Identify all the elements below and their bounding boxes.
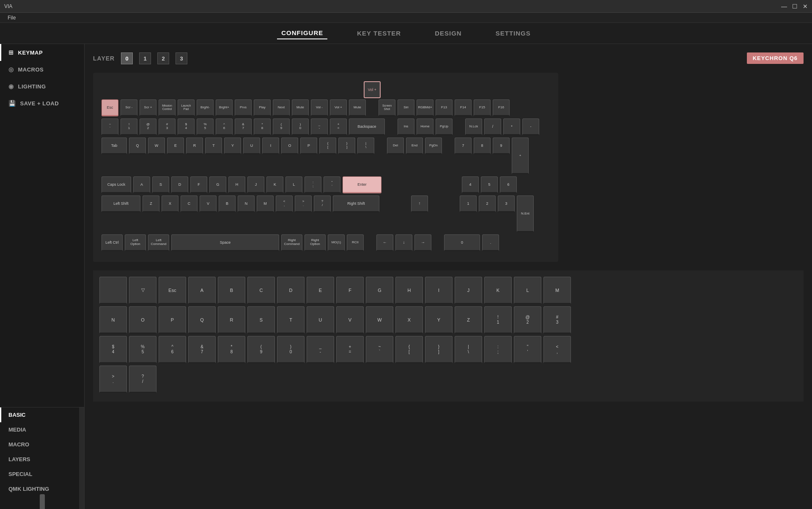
panel-key-esc[interactable]: Esc — [159, 277, 186, 304]
key-brght-plus[interactable]: Brght+ — [216, 99, 233, 116]
key-num3[interactable]: 3 — [498, 195, 515, 212]
key-space[interactable]: Space — [171, 234, 279, 251]
key-j[interactable]: J — [247, 176, 264, 193]
panel-key-r[interactable]: R — [218, 306, 245, 334]
key-arrow-right[interactable]: → — [414, 234, 431, 251]
key-scr-plus[interactable]: Scr + — [140, 99, 156, 116]
key-numpad-minus[interactable]: - — [522, 118, 539, 135]
key-num-dot[interactable]: . — [482, 234, 499, 251]
panel-key-at-2[interactable]: @2 — [514, 306, 541, 334]
key-slash[interactable]: ?/ — [314, 195, 331, 212]
key-left-ctrl[interactable]: Left Ctrl — [102, 234, 123, 251]
key-tab[interactable]: Tab — [102, 138, 127, 154]
key-rcii[interactable]: RCII — [347, 234, 364, 251]
key-rgbmd-plus[interactable]: RGBMd+ — [417, 99, 433, 116]
sidebar-item-keymap[interactable]: ⊞ KEYMAP — [0, 44, 84, 61]
key-minus[interactable]: _- — [311, 118, 328, 135]
panel-key-question-slash[interactable]: ?/ — [129, 366, 156, 393]
key-numpad-slash[interactable]: / — [484, 118, 501, 135]
tab-settings[interactable]: SETTINGS — [491, 28, 535, 39]
key-l[interactable]: L — [285, 176, 302, 193]
key-v[interactable]: V — [200, 195, 217, 212]
scrollbar-track[interactable] — [79, 407, 84, 509]
key-semicolon[interactable]: :; — [304, 176, 321, 193]
key-4[interactable]: $4 — [178, 118, 195, 135]
layer-btn-1[interactable]: 1 — [139, 52, 151, 64]
key-numpad-plus[interactable]: + — [512, 138, 529, 174]
key-i[interactable]: I — [262, 138, 279, 154]
key-w[interactable]: W — [148, 138, 165, 154]
panel-key-j[interactable]: J — [455, 277, 482, 304]
panel-key-lparen-9[interactable]: (9 — [247, 336, 275, 363]
key-pgup[interactable]: PgUp — [436, 118, 453, 135]
panel-key-tilde-backtick[interactable]: ~` — [366, 336, 393, 363]
key-comma[interactable]: <, — [276, 195, 293, 212]
key-enter[interactable]: Enter — [343, 176, 381, 193]
panel-key-pipe-backslash[interactable]: |\ — [455, 336, 482, 363]
sidebar-category-layers[interactable]: LAYERS — [0, 452, 84, 467]
tab-configure[interactable]: CONFIGURE — [277, 27, 327, 39]
key-rbracket[interactable]: }] — [338, 138, 355, 154]
panel-key-x[interactable]: X — [395, 306, 423, 334]
panel-key-e[interactable]: E — [307, 277, 334, 304]
key-equals[interactable]: += — [330, 118, 347, 135]
key-m[interactable]: M — [257, 195, 274, 212]
key-left-shift[interactable]: Left Shift — [102, 195, 140, 212]
sidebar-item-macros[interactable]: ◎ MACROS — [0, 61, 84, 78]
panel-key-lbrace[interactable]: {[ — [395, 336, 423, 363]
key-b[interactable]: B — [219, 195, 236, 212]
panel-key-trns[interactable]: ▽ — [129, 277, 156, 304]
panel-key-s[interactable]: S — [247, 306, 275, 334]
key-backspace[interactable]: Backspace — [349, 118, 385, 135]
key-e[interactable]: E — [167, 138, 184, 154]
panel-key-q[interactable]: Q — [188, 306, 216, 334]
key-home[interactable]: Home — [417, 118, 433, 135]
panel-key-dquote-squote[interactable]: "' — [514, 336, 541, 363]
key-right-command[interactable]: RightCommand — [281, 234, 302, 251]
key-h[interactable]: H — [228, 176, 245, 193]
panel-key-rbrace[interactable]: }] — [425, 336, 453, 363]
panel-key-lt-comma[interactable]: <, — [543, 336, 571, 363]
key-vol-minus[interactable]: Vol - — [311, 99, 328, 116]
key-5[interactable]: %5 — [197, 118, 214, 135]
key-right-shift[interactable]: Right Shift — [333, 195, 379, 212]
panel-key-t[interactable]: T — [277, 306, 304, 334]
key-num-enter[interactable]: N.Ent — [517, 195, 534, 232]
close-button[interactable]: ✕ — [803, 3, 808, 9]
sidebar-category-special[interactable]: SPECIAL — [0, 467, 84, 481]
sidebar-item-save-load[interactable]: 💾 SAVE + LOAD — [0, 95, 84, 112]
key-mo1[interactable]: MO(1) — [328, 234, 345, 251]
key-d[interactable]: D — [171, 176, 188, 193]
panel-key-dollar-4[interactable]: $4 — [99, 336, 127, 363]
key-3[interactable]: #3 — [159, 118, 176, 135]
panel-key-h[interactable]: H — [395, 277, 423, 304]
key-next[interactable]: Next — [273, 99, 290, 116]
key-right-option[interactable]: RightOption — [304, 234, 326, 251]
key-scr-minus[interactable]: Scr - — [121, 99, 137, 116]
panel-key-c[interactable]: C — [247, 277, 275, 304]
key-left-command[interactable]: LeftCommand — [148, 234, 169, 251]
key-p[interactable]: P — [300, 138, 317, 154]
key-8[interactable]: *8 — [254, 118, 271, 135]
panel-key-amp-7[interactable]: &7 — [188, 336, 216, 363]
key-pgdn[interactable]: PgDn — [425, 138, 442, 154]
key-f16[interactable]: F16 — [493, 99, 510, 116]
panel-key-y[interactable]: Y — [425, 306, 453, 334]
panel-key-l[interactable]: L — [514, 277, 541, 304]
key-arrow-down[interactable]: ↓ — [395, 234, 412, 251]
sidebar-category-macro[interactable]: MACRO — [0, 437, 84, 452]
key-o[interactable]: O — [281, 138, 298, 154]
key-esc[interactable]: Esc — [102, 99, 118, 116]
key-q[interactable]: Q — [129, 138, 146, 154]
key-7[interactable]: &7 — [235, 118, 252, 135]
scrollbar-thumb[interactable] — [40, 494, 45, 509]
key-period[interactable]: >. — [295, 195, 312, 212]
key-9[interactable]: (9 — [273, 118, 290, 135]
panel-key-g[interactable]: G — [366, 277, 393, 304]
key-numpad-asterisk[interactable]: * — [503, 118, 520, 135]
panel-key-u[interactable]: U — [307, 306, 334, 334]
layer-btn-2[interactable]: 2 — [157, 52, 169, 64]
key-num9[interactable]: 9 — [493, 138, 510, 154]
panel-key-a[interactable]: A — [188, 277, 216, 304]
key-capslock[interactable]: Caps Lock — [102, 176, 131, 193]
